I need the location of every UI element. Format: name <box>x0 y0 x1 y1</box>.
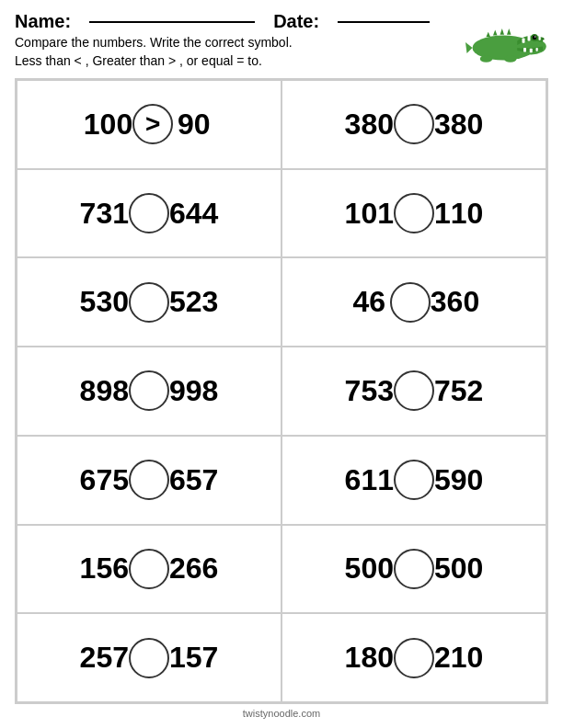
cell-row2-right: 46360 <box>282 257 546 347</box>
cell-row1-left: 731644 <box>17 169 282 258</box>
svg-rect-8 <box>530 49 533 53</box>
svg-rect-7 <box>523 48 526 52</box>
symbol-circle-row4-right[interactable] <box>394 460 434 500</box>
num-row2-left-1: 530 <box>80 285 129 319</box>
symbol-circle-row4-left[interactable] <box>129 460 169 500</box>
num-row4-left-2: 657 <box>169 463 218 497</box>
num-row3-right-2: 752 <box>434 374 483 408</box>
cell-row6-right: 180210 <box>282 613 546 702</box>
symbol-circle-row5-right[interactable] <box>394 549 434 589</box>
num-row0-right-1: 380 <box>345 108 394 142</box>
num-row2-right-2: 360 <box>431 285 479 319</box>
svg-rect-3 <box>523 39 525 43</box>
cell-row0-left: 100>90 <box>17 80 282 169</box>
num-row1-right-2: 110 <box>434 197 483 231</box>
num-row4-right-2: 590 <box>434 463 483 497</box>
num-row1-right-1: 101 <box>345 197 394 231</box>
num-row0-right-2: 380 <box>434 108 483 142</box>
comparison-grid: 100>903803807316441011105305234636089899… <box>15 78 548 704</box>
page: Name: Date: Compare the numbers. Write t… <box>0 0 563 728</box>
cell-row4-left: 675657 <box>17 436 282 525</box>
num-row6-left-1: 257 <box>80 641 129 675</box>
num-row1-left-2: 644 <box>169 197 218 231</box>
svg-point-18 <box>504 55 517 63</box>
cell-row5-left: 156266 <box>17 525 282 614</box>
svg-point-17 <box>480 55 493 63</box>
num-row3-left-1: 898 <box>80 374 129 408</box>
num-row1-left-1: 731 <box>80 197 129 231</box>
svg-marker-1 <box>465 42 473 53</box>
svg-marker-15 <box>507 28 511 35</box>
svg-rect-4 <box>528 36 531 41</box>
svg-rect-6 <box>539 36 541 40</box>
num-row0-left-1: 100 <box>84 108 132 142</box>
name-line[interactable] <box>89 21 255 23</box>
symbol-circle-row1-right[interactable] <box>394 193 434 233</box>
symbol-circle-row3-left[interactable] <box>129 370 169 411</box>
symbol-filled: > <box>145 109 160 139</box>
instructions: Compare the numbers. Write the correct s… <box>15 34 456 70</box>
svg-rect-9 <box>536 48 538 51</box>
cell-row1-right: 101110 <box>282 169 546 258</box>
num-row5-left-1: 156 <box>80 552 129 586</box>
cell-row2-left: 530523 <box>17 257 282 347</box>
symbol-circle-row2-left[interactable] <box>129 282 169 323</box>
symbol-circle-row6-right[interactable] <box>394 638 434 678</box>
name-date-row: Name: Date: <box>15 11 456 32</box>
instructions-line2: Less than < , Greater than > , or equal … <box>15 52 456 71</box>
num-row4-right-1: 611 <box>345 463 394 497</box>
svg-marker-16 <box>487 32 491 37</box>
date-line[interactable] <box>338 21 430 23</box>
num-row2-left-2: 523 <box>169 285 218 319</box>
symbol-circle-row0-right[interactable] <box>394 104 434 144</box>
alligator-image <box>465 11 548 71</box>
symbol-circle-row1-left[interactable] <box>129 193 169 233</box>
symbol-circle-row3-right[interactable] <box>394 370 434 411</box>
cell-row6-left: 257157 <box>17 613 282 702</box>
name-label: Name: <box>15 11 71 32</box>
num-row5-right-1: 500 <box>345 552 394 586</box>
cell-row5-right: 500500 <box>282 525 546 614</box>
svg-marker-13 <box>493 30 498 36</box>
num-row0-left-2: 90 <box>173 108 214 142</box>
num-row2-right-1: 46 <box>349 285 390 319</box>
num-row3-right-1: 753 <box>345 374 394 408</box>
num-row5-right-2: 500 <box>434 552 483 586</box>
date-label: Date: <box>273 11 319 32</box>
num-row3-left-2: 998 <box>169 374 218 408</box>
header-left: Name: Date: Compare the numbers. Write t… <box>15 11 456 70</box>
symbol-circle-row6-left[interactable] <box>129 638 169 678</box>
cell-row3-left: 898998 <box>17 347 282 436</box>
cell-row4-right: 611590 <box>282 436 546 525</box>
svg-point-12 <box>534 36 536 38</box>
instructions-line1: Compare the numbers. Write the correct s… <box>15 34 456 52</box>
footer: twistynoodle.com <box>15 704 548 721</box>
num-row6-right-1: 180 <box>345 641 394 675</box>
symbol-circle-row2-right[interactable] <box>390 282 431 323</box>
header: Name: Date: Compare the numbers. Write t… <box>15 11 548 71</box>
footer-url: twistynoodle.com <box>243 708 320 719</box>
svg-point-19 <box>542 38 545 40</box>
cell-row0-right: 380380 <box>282 80 546 169</box>
svg-point-11 <box>533 36 537 40</box>
num-row4-left-1: 675 <box>80 463 129 497</box>
num-row6-right-2: 210 <box>434 641 483 675</box>
symbol-circle-row0-left[interactable]: > <box>132 104 173 144</box>
num-row5-left-2: 266 <box>169 552 218 586</box>
symbol-circle-row5-left[interactable] <box>129 549 169 589</box>
svg-marker-14 <box>500 28 505 35</box>
cell-row3-right: 753752 <box>282 347 546 436</box>
num-row6-left-2: 157 <box>169 641 218 675</box>
